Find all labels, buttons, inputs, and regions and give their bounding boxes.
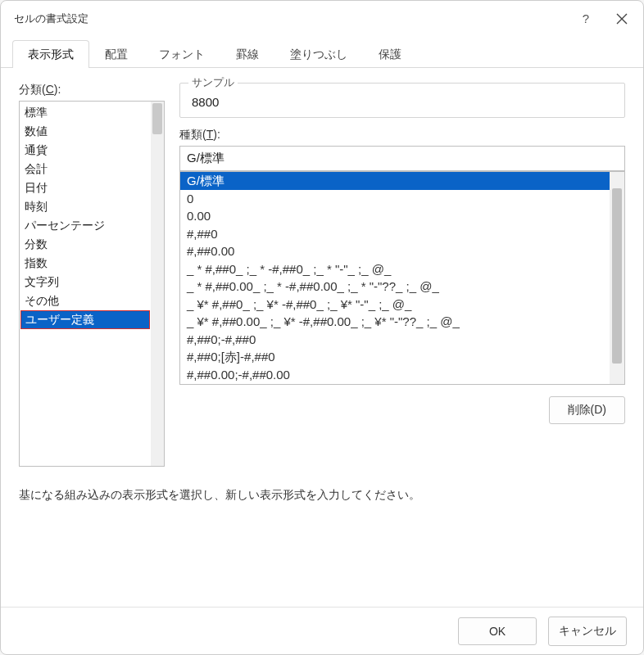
category-scrollbar[interactable] <box>151 102 164 466</box>
format-code-item[interactable]: #,##0;[赤]-#,##0 <box>180 348 624 366</box>
category-item[interactable]: 時刻 <box>20 197 164 216</box>
category-listbox[interactable]: 標準数値通貨会計日付時刻パーセンテージ分数指数文字列その他ユーザー定義 <box>19 101 165 467</box>
tab-1[interactable]: 配置 <box>89 40 143 68</box>
tab-5[interactable]: 保護 <box>363 40 417 68</box>
format-code-item[interactable]: #,##0.00 <box>180 242 624 260</box>
format-code-item[interactable]: #,##0.00;-#,##0.00 <box>180 366 624 384</box>
category-item[interactable]: 標準 <box>20 103 164 122</box>
close-button[interactable] <box>605 6 638 32</box>
help-button[interactable]: ? <box>569 6 602 32</box>
category-item[interactable]: 会計 <box>20 160 164 178</box>
category-item[interactable]: 通貨 <box>20 141 164 160</box>
format-code-listbox[interactable]: G/標準00.00#,##0#,##0.00_ * #,##0_ ;_ * -#… <box>179 171 625 385</box>
tab-2[interactable]: フォント <box>143 40 220 68</box>
sample-legend: サンプル <box>188 75 238 90</box>
close-icon <box>616 13 628 25</box>
type-input[interactable] <box>179 146 625 171</box>
tab-0[interactable]: 表示形式 <box>12 40 89 68</box>
category-item[interactable]: 文字列 <box>20 273 164 291</box>
format-code-item[interactable]: G/標準 <box>180 172 610 190</box>
format-code-item[interactable]: _ ¥* #,##0.00_ ;_ ¥* -#,##0.00_ ;_ ¥* "-… <box>180 313 624 331</box>
category-item[interactable]: その他 <box>20 291 164 310</box>
category-scroll-thumb[interactable] <box>152 103 162 134</box>
category-item[interactable]: パーセンテージ <box>20 216 164 235</box>
tab-strip: 表示形式配置フォント罫線塗りつぶし保護 <box>1 37 643 68</box>
category-item[interactable]: 指数 <box>20 254 164 273</box>
dialog-title: セルの書式設定 <box>14 11 569 26</box>
format-code-item[interactable]: 0.00 <box>180 207 624 225</box>
delete-button[interactable]: 削除(D) <box>549 396 625 424</box>
format-code-item[interactable]: #,##0 <box>180 225 624 243</box>
format-cells-dialog: セルの書式設定 ? 表示形式配置フォント罫線塗りつぶし保護 分類(C): 標準数… <box>0 0 644 655</box>
sample-value: 8800 <box>188 88 616 109</box>
tab-4[interactable]: 塗りつぶし <box>274 40 363 68</box>
format-code-item[interactable]: _ * #,##0_ ;_ * -#,##0_ ;_ * "-"_ ;_ @_ <box>180 260 624 278</box>
hint-text: 基になる組み込みの表示形式を選択し、新しい表示形式を入力してください。 <box>19 467 625 503</box>
format-scroll-thumb[interactable] <box>612 188 622 364</box>
category-item[interactable]: 分数 <box>20 235 164 254</box>
tab-3[interactable]: 罫線 <box>220 40 274 68</box>
format-scrollbar[interactable] <box>610 172 624 384</box>
format-code-item[interactable]: _ * #,##0.00_ ;_ * -#,##0.00_ ;_ * "-"??… <box>180 278 624 296</box>
category-item[interactable]: 日付 <box>20 178 164 197</box>
ok-button[interactable]: OK <box>458 617 537 645</box>
category-item[interactable]: 数値 <box>20 122 164 141</box>
category-item[interactable]: ユーザー定義 <box>20 310 150 329</box>
type-label: 種類(T): <box>179 128 625 142</box>
category-label: 分類(C): <box>19 83 165 97</box>
cancel-button[interactable]: キャンセル <box>548 617 627 646</box>
sample-box: サンプル 8800 <box>179 83 625 118</box>
dialog-footer: OK キャンセル <box>1 607 643 654</box>
titlebar: セルの書式設定 ? <box>1 1 643 37</box>
number-format-panel: 分類(C): 標準数値通貨会計日付時刻パーセンテージ分数指数文字列その他ユーザー… <box>1 68 643 607</box>
format-code-item[interactable]: 0 <box>180 190 624 208</box>
format-code-item[interactable]: _ ¥* #,##0_ ;_ ¥* -#,##0_ ;_ ¥* "-"_ ;_ … <box>180 296 624 314</box>
format-code-item[interactable]: #,##0;-#,##0 <box>180 331 624 349</box>
